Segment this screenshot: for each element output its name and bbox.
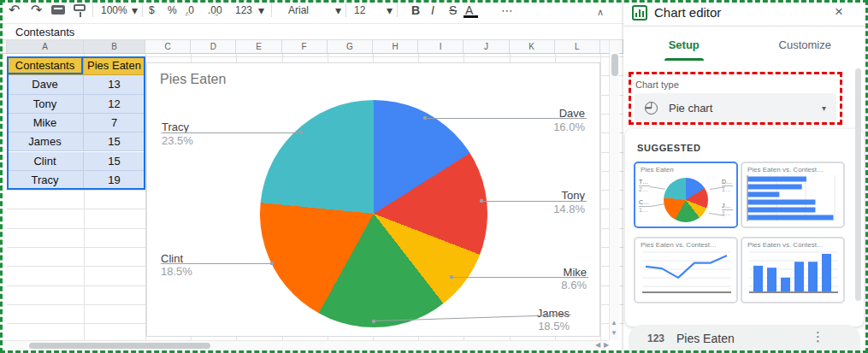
hide-toolbar-button[interactable]: ∧	[597, 3, 604, 21]
vertical-scrollbar-thumb[interactable]	[611, 54, 618, 76]
paint-format-icon[interactable]	[74, 4, 86, 11]
chevron-down-icon[interactable]: ▾	[258, 1, 264, 20]
slice-percent: 8.6%	[561, 279, 587, 291]
more-formats-button[interactable]: 123	[235, 1, 252, 20]
column-header-E[interactable]: E	[236, 40, 281, 53]
thumbnail-line-chart[interactable]: Pies Eaten vs. Contest…	[634, 237, 738, 303]
chevron-down-icon[interactable]: ▾	[335, 1, 341, 20]
callout-dot	[480, 199, 483, 203]
cell[interactable]: James	[7, 132, 84, 151]
callout-dot	[299, 131, 303, 134]
mini-pie-chart	[664, 178, 708, 222]
callout-line	[162, 132, 302, 133]
cell[interactable]: Contestants	[7, 56, 84, 75]
bold-button[interactable]: B	[411, 1, 420, 20]
strikethrough-button[interactable]: S	[449, 1, 457, 20]
column-header-H[interactable]: H	[373, 40, 418, 53]
toolbar-separator	[92, 2, 93, 17]
cell[interactable]: Dave	[7, 75, 84, 94]
column-header-J[interactable]: J	[464, 40, 509, 53]
callout-dot	[423, 116, 427, 120]
pie-chart	[260, 100, 487, 327]
decrease-decimal-arrow-icon: ←	[184, 10, 191, 18]
more-options-icon[interactable]: ⋮	[812, 329, 824, 344]
cell[interactable]: Pies Eaten	[84, 56, 145, 75]
suggested-label: SUGGESTED	[637, 143, 700, 153]
tab-setup[interactable]: Setup	[623, 26, 745, 62]
chart-type-label: Chart type	[635, 79, 679, 90]
font-size-select[interactable]: 12	[354, 1, 365, 20]
callout-line	[426, 118, 587, 119]
horizontal-scrollbar[interactable]	[0, 340, 609, 350]
toolbar-separator	[397, 2, 398, 17]
column-headers: ABCDEFGHIJKL	[0, 40, 623, 54]
chart-type-value: Pie chart	[669, 102, 822, 115]
panel-header: Chart editor ×	[623, 0, 865, 26]
thumbnail-body	[742, 238, 843, 302]
thumbnail-chart-svg	[746, 175, 841, 225]
scroll-left-icon[interactable]: ◀	[595, 342, 600, 349]
zoom-select[interactable]: 100%	[101, 1, 127, 20]
panel-tabs: Setup Customize	[623, 26, 865, 62]
thumbnail-bar-chart[interactable]: Pies Eaten vs. Contest…	[741, 162, 845, 228]
column-header-L[interactable]: L	[555, 40, 600, 53]
horizontal-scrollbar-thumb[interactable]	[29, 343, 210, 349]
series-row-label: Pies Eaten	[676, 332, 735, 345]
redo-icon[interactable]: ↷	[31, 1, 42, 20]
cell[interactable]: 19	[84, 171, 145, 190]
cell[interactable]: Mike	[7, 114, 84, 132]
cell[interactable]: 12	[84, 95, 145, 114]
more-toolbar-button[interactable]: ⋯	[501, 1, 513, 20]
close-icon[interactable]: ×	[835, 3, 843, 21]
cell[interactable]: Clint	[7, 152, 84, 171]
italic-button[interactable]: I	[431, 1, 434, 20]
slice-percent: 18.5%	[538, 320, 570, 332]
cell[interactable]: 13	[84, 75, 145, 94]
undo-icon[interactable]: ↶	[9, 1, 20, 20]
scroll-up-icon[interactable]: ▲	[611, 320, 617, 327]
column-header-G[interactable]: G	[328, 40, 373, 53]
formula-bar[interactable]: Contestants	[0, 23, 623, 40]
column-header-D[interactable]: D	[191, 40, 236, 53]
cell[interactable]: Tony	[7, 95, 84, 114]
text-color-swatch	[464, 15, 478, 18]
toolbar-separator	[271, 2, 272, 17]
font-select[interactable]: Arial	[288, 1, 309, 20]
print-icon[interactable]	[51, 5, 65, 15]
cell[interactable]: 15	[84, 132, 145, 151]
column-header-K[interactable]: K	[510, 40, 555, 53]
chart-type-dropdown[interactable]: Pie chart ▾	[635, 93, 836, 122]
suggested-thumbnails: Pies Eaten T…2… C…1… D…1… J…1… Pies	[634, 162, 845, 303]
tab-customize[interactable]: Customize	[745, 26, 866, 62]
increase-decimal-arrow-icon: →	[212, 10, 219, 18]
active-tab-underline	[664, 58, 704, 61]
thumbnail-column-chart[interactable]: Pies Eaten vs. Contest…	[741, 237, 845, 303]
vertical-scrollbar[interactable]	[609, 40, 619, 340]
row-header-stub	[0, 40, 7, 53]
embedded-chart[interactable]: Pies Eaten Dave 16.0% Tony 14.8% Mike 8.…	[146, 62, 600, 337]
currency-format-button[interactable]: $	[149, 1, 155, 20]
column-header-B[interactable]: B	[84, 40, 145, 53]
slice-percent: 23.5%	[162, 134, 193, 147]
chevron-down-icon[interactable]: ▾	[132, 1, 138, 20]
text-color-button[interactable]: A	[465, 1, 473, 20]
cell[interactable]: 7	[84, 114, 145, 132]
cell[interactable]: Tracy	[7, 171, 84, 190]
scroll-down-icon[interactable]: ▼	[611, 330, 617, 337]
tab-setup-label: Setup	[669, 38, 700, 51]
column-header-C[interactable]: C	[145, 40, 191, 53]
number-format-icon: 123	[647, 332, 664, 344]
panel-scrollbar-thumb[interactable]	[855, 68, 861, 301]
column-header-A[interactable]: A	[7, 40, 84, 53]
slice-label: Tracy	[162, 121, 189, 133]
scroll-right-icon[interactable]: ▶	[604, 342, 609, 349]
slice-label: Tony	[562, 189, 585, 202]
callout-dot	[450, 275, 453, 279]
column-header-F[interactable]: F	[282, 40, 328, 53]
column-header-I[interactable]: I	[418, 40, 464, 53]
thumbnail-pie-chart[interactable]: Pies Eaten T…2… C…1… D…1… J…1…	[634, 162, 738, 228]
percent-format-button[interactable]: %	[168, 1, 177, 20]
cell[interactable]: 15	[84, 152, 145, 171]
series-row[interactable]: 123 Pies Eaten ⋮	[629, 325, 860, 353]
chevron-down-icon[interactable]: ▾	[387, 1, 393, 20]
